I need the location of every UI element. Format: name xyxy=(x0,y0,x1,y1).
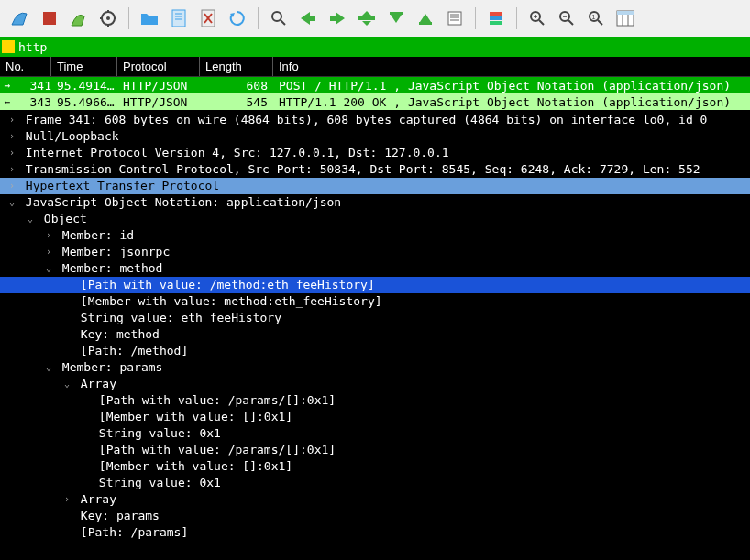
collapse-icon[interactable]: ⌄ xyxy=(42,359,55,376)
cell-info: POST / HTTP/1.1 , JavaScript Object Nota… xyxy=(273,79,750,93)
column-header-no[interactable]: No. xyxy=(0,57,51,76)
tree-node[interactable]: Key: params xyxy=(0,508,750,524)
tree-node[interactable]: › Member: jsonrpc xyxy=(0,244,750,260)
svg-marker-24 xyxy=(420,14,431,22)
expand-icon[interactable]: › xyxy=(6,178,18,194)
tree-node[interactable]: › Null/Loopback xyxy=(0,128,750,145)
tree-node[interactable]: String value: 0x1 xyxy=(0,425,750,442)
tree-node[interactable]: [Path with value: /params/[]:0x1] xyxy=(0,442,750,458)
svg-rect-31 xyxy=(490,16,502,20)
tree-node-label: String value: 0x1 xyxy=(92,475,221,491)
expand-icon[interactable]: › xyxy=(61,491,73,508)
tree-node-label: Hypertext Transfer Protocol xyxy=(18,178,219,194)
tree-node-label: [Path with value: /params/[]:0x1] xyxy=(92,392,336,409)
cell-time: 95.4914… xyxy=(51,79,117,93)
tree-node-label: Member: jsonrpc xyxy=(55,244,170,260)
expand-icon[interactable]: › xyxy=(42,244,55,260)
tree-node[interactable]: ⌄ Member: method xyxy=(0,260,750,277)
tree-node-label: Frame 341: 608 bytes on wire (4864 bits)… xyxy=(18,112,707,128)
packet-list-header: No. Time Protocol Length Info xyxy=(0,57,750,77)
tree-node[interactable]: [Path: /method] xyxy=(0,343,750,359)
tree-node-label: [Member with value: []:0x1] xyxy=(92,458,292,475)
tree-node[interactable]: [Member with value: []:0x1] xyxy=(0,458,750,475)
column-header-protocol[interactable]: Protocol xyxy=(117,57,200,76)
auto-scroll-icon[interactable] xyxy=(442,5,468,31)
tree-node[interactable]: [Path with value: /method:eth_feeHistory… xyxy=(0,277,750,293)
svg-line-16 xyxy=(281,20,285,25)
go-to-last-icon[interactable] xyxy=(413,5,438,31)
filter-bookmark-icon[interactable] xyxy=(2,40,15,53)
tree-node[interactable]: › Frame 341: 608 bytes on wire (4864 bit… xyxy=(0,112,750,128)
tree-node-label: String value: 0x1 xyxy=(92,425,221,442)
column-header-length[interactable]: Length xyxy=(200,57,273,76)
tree-node[interactable]: [Path: /params] xyxy=(0,524,750,541)
zoom-reset-icon[interactable]: 1 xyxy=(583,5,609,31)
svg-point-15 xyxy=(272,12,281,21)
tree-node[interactable]: › Member: id xyxy=(0,227,750,244)
expand-icon[interactable]: › xyxy=(6,145,18,161)
collapse-icon[interactable]: ⌄ xyxy=(42,260,55,277)
main-toolbar: 1 xyxy=(0,0,750,37)
expand-icon[interactable]: › xyxy=(6,161,18,178)
stop-capture-icon[interactable] xyxy=(37,5,62,31)
cell-length: 608 xyxy=(200,79,273,93)
capture-options-icon[interactable] xyxy=(95,5,121,31)
close-file-icon[interactable] xyxy=(195,5,221,31)
tree-node[interactable]: Key: method xyxy=(0,326,750,343)
open-file-icon[interactable] xyxy=(137,5,162,31)
resize-columns-icon[interactable] xyxy=(612,5,638,31)
svg-marker-18 xyxy=(330,12,345,25)
expand-icon[interactable]: › xyxy=(42,227,55,244)
reload-file-icon[interactable] xyxy=(225,5,250,31)
tree-node[interactable]: String value: 0x1 xyxy=(0,475,750,491)
svg-line-38 xyxy=(568,20,573,25)
tree-node-label: Transmission Control Protocol, Src Port:… xyxy=(18,161,700,178)
cell-length: 545 xyxy=(200,95,273,109)
find-packet-icon[interactable] xyxy=(266,5,292,31)
collapse-icon[interactable]: ⌄ xyxy=(61,376,73,392)
go-to-packet-icon[interactable] xyxy=(354,5,380,31)
tree-node[interactable]: › Hypertext Transfer Protocol xyxy=(0,178,750,194)
tree-node[interactable]: ⌄ JavaScript Object Notation: applicatio… xyxy=(0,194,750,211)
go-to-first-icon[interactable] xyxy=(383,5,409,31)
tree-node[interactable]: › Transmission Control Protocol, Src Por… xyxy=(0,161,750,178)
tree-node[interactable]: › Array xyxy=(0,491,750,508)
tree-node[interactable]: String value: eth_feeHistory xyxy=(0,310,750,326)
display-filter-input[interactable] xyxy=(18,40,750,54)
tree-node[interactable]: ⌄ Object xyxy=(0,211,750,227)
tree-node[interactable]: [Member with value: method:eth_feeHistor… xyxy=(0,293,750,310)
cell-no: 343 xyxy=(15,95,51,109)
tree-node-label: [Path with value: /method:eth_feeHistory… xyxy=(73,277,375,293)
svg-rect-0 xyxy=(43,12,56,25)
packet-details-pane[interactable]: › Frame 341: 608 bytes on wire (4864 bit… xyxy=(0,110,750,560)
tree-node-label: Internet Protocol Version 4, Src: 127.0.… xyxy=(18,145,449,161)
packet-row[interactable]: →34195.4914…HTTP/JSON608POST / HTTP/1.1 … xyxy=(0,77,750,93)
shark-fin-icon[interactable] xyxy=(7,5,33,31)
svg-marker-21 xyxy=(362,21,371,26)
tree-node-label: Array xyxy=(73,376,116,392)
expand-icon[interactable]: › xyxy=(6,128,18,145)
tree-node[interactable]: [Path with value: /params/[]:0x1] xyxy=(0,392,750,409)
go-back-icon[interactable] xyxy=(295,5,321,31)
tree-node-label: Null/Loopback xyxy=(18,128,119,145)
packet-row[interactable]: ←34395.4966…HTTP/JSON545HTTP/1.1 200 OK … xyxy=(0,93,750,110)
tree-node[interactable]: › Internet Protocol Version 4, Src: 127.… xyxy=(0,145,750,161)
packet-list[interactable]: →34195.4914…HTTP/JSON608POST / HTTP/1.1 … xyxy=(0,77,750,110)
go-forward-icon[interactable] xyxy=(325,5,350,31)
zoom-in-icon[interactable] xyxy=(524,5,550,31)
tree-node[interactable]: ⌄ Array xyxy=(0,376,750,392)
cell-no: 341 xyxy=(15,79,51,93)
collapse-icon[interactable]: ⌄ xyxy=(6,194,18,211)
expand-icon[interactable]: › xyxy=(6,112,18,128)
save-file-icon[interactable] xyxy=(166,5,192,31)
restart-capture-icon[interactable] xyxy=(66,5,92,31)
zoom-out-icon[interactable] xyxy=(554,5,579,31)
toolbar-separator xyxy=(475,7,476,29)
colorize-icon[interactable] xyxy=(483,5,509,31)
column-header-info[interactable]: Info xyxy=(273,57,750,76)
collapse-icon[interactable]: ⌄ xyxy=(24,211,37,227)
tree-node[interactable]: ⌄ Member: params xyxy=(0,359,750,376)
tree-node[interactable]: [Member with value: []:0x1] xyxy=(0,409,750,425)
column-header-time[interactable]: Time xyxy=(51,57,117,76)
svg-rect-22 xyxy=(390,12,403,15)
